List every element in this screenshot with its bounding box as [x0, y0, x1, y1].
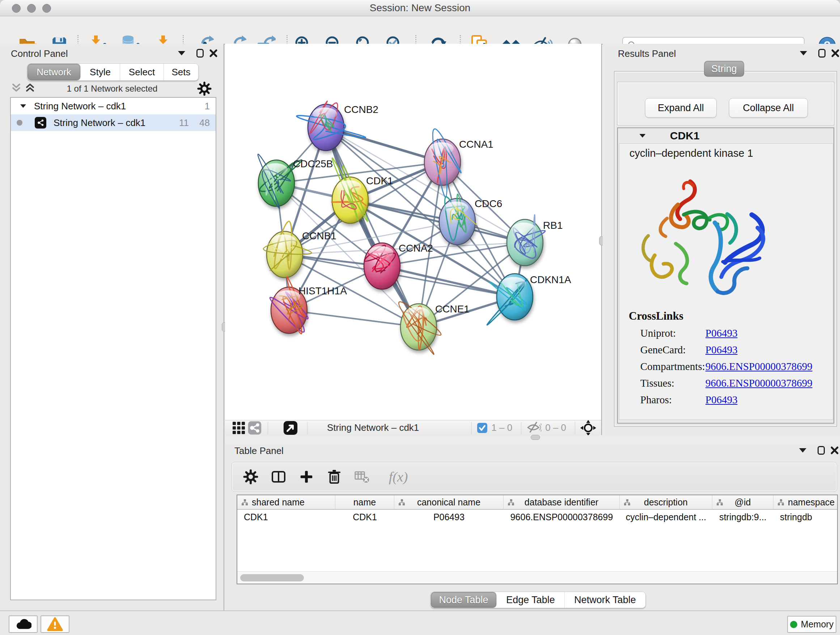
network-node-CCNA1[interactable]: CCNA1 [424, 129, 493, 197]
results-panel: Results Panel String Expand All Collapse… [603, 44, 840, 435]
column-header-shared-name[interactable]: shared name [237, 495, 335, 510]
control-panel: Control Panel NetworkStyleSelectSets 1 o… [0, 44, 224, 610]
delete-column-icon[interactable] [326, 469, 342, 485]
cell-namespace[interactable]: stringdb [774, 510, 838, 524]
tab-network-table[interactable]: Network Table [565, 592, 645, 608]
fit-selected-crosshair-icon[interactable] [580, 420, 596, 436]
node-label-CDC6: CDC6 [475, 198, 502, 209]
tab-style[interactable]: Style [81, 64, 120, 80]
control-panel-tabs: NetworkStyleSelectSets [27, 63, 199, 81]
network-node-CCNB2[interactable]: CCNB2 [297, 101, 378, 150]
crosslink-value-link[interactable]: P06493 [706, 327, 737, 339]
hidden-elements-icon[interactable] [526, 421, 542, 435]
table-horizontal-scrollbar[interactable] [237, 571, 837, 584]
selected-nodes-checkbox[interactable] [477, 423, 488, 433]
cell-canonical-name[interactable]: P06493 [394, 510, 504, 524]
results-buttons-bar: Expand All Collapse All [617, 82, 834, 125]
node-gloss-highlight [263, 163, 287, 176]
memory-button[interactable]: Memory [787, 616, 836, 633]
network-node-CDC6[interactable]: CDC6 [439, 194, 502, 245]
gene-section-header[interactable]: CDK1 [618, 128, 834, 143]
formula-fx-icon[interactable]: f(x) [382, 469, 415, 485]
tab-select[interactable]: Select [120, 64, 164, 80]
crosslink-label: Tissues: [640, 377, 674, 389]
close-panel-icon[interactable] [830, 446, 839, 455]
tab-node-table[interactable]: Node Table [431, 592, 497, 608]
column-header-namespace[interactable]: namespace [774, 495, 838, 510]
network-row-selected[interactable]: String Network – cdk1 11 48 [11, 114, 216, 131]
column-label: shared name [252, 497, 305, 508]
network-node-CDKN1A[interactable]: CDKN1A [487, 274, 571, 325]
navbar-separator [307, 422, 308, 434]
column-label: database identifier [524, 497, 598, 508]
node-table[interactable]: shared namenamecanonical namedatabase id… [237, 494, 838, 584]
network-options-gear-icon[interactable] [197, 81, 212, 97]
node-label-CCNB1: CCNB1 [302, 230, 336, 241]
node-gloss-highlight [276, 290, 300, 302]
node-gloss-highlight [501, 277, 526, 289]
float-panel-icon[interactable] [818, 49, 826, 57]
cloud-button[interactable] [9, 616, 38, 633]
column-header-description[interactable]: description [620, 495, 712, 510]
grid-view-icon[interactable] [231, 420, 247, 436]
crosslink-value-link[interactable]: 9606.ENSP00000378699 [706, 361, 813, 372]
crosslink-value-link[interactable]: 9606.ENSP00000378699 [706, 377, 813, 389]
collection-count: 1 [205, 101, 210, 112]
tree-expander-icon[interactable] [20, 104, 26, 108]
cell-database-identifier[interactable]: 9606.ENSP00000378699 [504, 510, 620, 524]
crosslink-label: Pharos: [640, 394, 672, 406]
node-count: 11 [179, 117, 189, 128]
node-label-CCNE1: CCNE1 [435, 303, 470, 315]
tab-sets[interactable]: Sets [164, 64, 198, 80]
cell-shared-name[interactable]: CDK1 [237, 510, 335, 524]
cell-@id[interactable]: stringdb:9... [712, 510, 774, 524]
column-header-@id[interactable]: @id [712, 495, 774, 510]
close-panel-icon[interactable] [831, 49, 840, 57]
column-header-name[interactable]: name [335, 495, 394, 510]
add-column-icon[interactable] [298, 469, 314, 485]
split-columns-icon[interactable] [271, 469, 286, 485]
gene-section-content: cyclin–dependent kinase 1 [619, 143, 833, 420]
table-panel: Table Panel [225, 444, 840, 610]
network-canvas[interactable]: CCNB2CCNA1CDC25BCDK1CDC6RB1CCNB1CCNA2CDK… [225, 44, 601, 420]
table-header-row: shared namenamecanonical namedatabase id… [237, 495, 838, 510]
network-node-RB1[interactable]: RB1 [507, 215, 562, 266]
column-header-canonical-name[interactable]: canonical name [394, 495, 504, 510]
tab-string[interactable]: String [704, 61, 745, 77]
string-view-icon[interactable] [247, 420, 263, 436]
network-node-HIST1H1A[interactable]: HIST1H1A [270, 277, 347, 334]
panel-menu-icon[interactable] [800, 51, 807, 55]
tab-network[interactable]: Network [27, 64, 81, 80]
collapse-all-button[interactable]: Collapse All [729, 98, 808, 118]
close-panel-icon[interactable] [209, 49, 218, 57]
panel-menu-icon[interactable] [178, 51, 185, 55]
window-title: Session: New Session [0, 0, 840, 16]
application-window: Session: New Session ? Control Panel Net… [0, 0, 840, 635]
float-panel-icon[interactable] [196, 49, 204, 57]
crosslink-value-link[interactable]: P06493 [706, 344, 737, 356]
table-row[interactable]: CDK1CDK1P064939606.ENSP00000378699cyclin… [237, 510, 838, 524]
node-label-CDC25B: CDC25B [293, 158, 333, 169]
section-collapse-icon[interactable] [639, 134, 646, 138]
float-panel-icon[interactable] [818, 446, 825, 455]
network-node-CCNE1[interactable]: CCNE1 [399, 302, 470, 355]
delete-table-icon[interactable] [354, 469, 370, 485]
warning-icon [47, 617, 63, 631]
crosslink-value-link[interactable]: P06493 [706, 394, 737, 406]
table-settings-gear-icon[interactable] [243, 469, 259, 485]
network-collection-row[interactable]: String Network – cdk1 1 [11, 98, 216, 114]
open-in-window-icon[interactable] [283, 420, 298, 436]
main-toolbar: ? [0, 16, 840, 44]
panel-menu-icon[interactable] [799, 448, 806, 453]
scrollbar-thumb[interactable] [240, 574, 304, 581]
expand-all-button[interactable]: Expand All [645, 98, 717, 118]
node-label-CCNB2: CCNB2 [344, 104, 378, 115]
horizontal-splitter-handle[interactable] [531, 435, 540, 440]
cell-description[interactable]: cyclin–dependent ... [620, 510, 712, 524]
column-header-database-identifier[interactable]: database identifier [504, 495, 620, 510]
cell-name[interactable]: CDK1 [335, 510, 394, 524]
tab-edge-table[interactable]: Edge Table [497, 592, 565, 608]
node-label-RB1: RB1 [543, 220, 562, 231]
node-label-HIST1H1A: HIST1H1A [298, 285, 347, 296]
warning-button[interactable] [41, 616, 69, 633]
